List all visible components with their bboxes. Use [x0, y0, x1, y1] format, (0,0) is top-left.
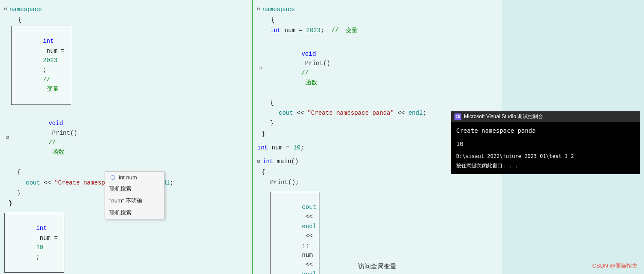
code-keyword: endl	[302, 223, 316, 230]
code-string: "Create namespace panda"	[307, 108, 394, 118]
code-content: void Print() // 函数	[11, 109, 88, 167]
code-brace: }	[262, 129, 265, 139]
code-comment-cn: 函数	[48, 149, 64, 155]
collapse-minus-icon[interactable]: ⊟	[259, 65, 263, 72]
code-scope-operator: ::	[302, 242, 309, 249]
left-code-panel: ⊟ namespace { int num = 2023 ; // 变量 ⊟	[0, 0, 253, 274]
code-line: ⊟ void Print() // 函数	[0, 109, 252, 167]
code-keyword: void	[48, 120, 63, 127]
menu-item-label: 联机搜索	[109, 185, 132, 193]
console-icon: CN	[454, 113, 461, 120]
code-keyword: cout	[26, 178, 40, 188]
code-text: Print()	[48, 130, 88, 137]
spacer	[6, 62, 10, 69]
code-line: {	[253, 15, 502, 25]
code-brace: {	[270, 98, 274, 107]
console-body: Create namespace panda 10 D:\visaul 2022…	[451, 122, 640, 174]
console-icon-text: CN	[456, 115, 460, 119]
code-line: {	[0, 15, 252, 25]
code-line: {	[253, 98, 502, 108]
code-keyword: endl	[302, 271, 316, 274]
code-text: <<	[293, 108, 308, 118]
code-comment: //	[43, 76, 54, 83]
highlight-box-content: int num = 2023 ; // 变量	[11, 26, 71, 105]
code-number: 10	[36, 244, 43, 251]
code-keyword: cout	[302, 204, 316, 211]
menu-item-int-num[interactable]: ⬡ int num	[105, 172, 164, 183]
code-text: num =	[43, 48, 68, 54]
code-text: num =	[36, 235, 61, 241]
code-keyword-int: int	[270, 26, 281, 35]
code-text: <<	[40, 178, 55, 188]
code-keyword: namespace	[262, 5, 295, 14]
collapse-minus-icon[interactable]: ⊟	[257, 6, 262, 13]
code-text: Print()	[301, 60, 341, 67]
code-text: <<	[302, 261, 316, 268]
code-brace: }	[270, 119, 274, 128]
code-text: Print();	[270, 178, 299, 187]
menu-item-search1[interactable]: 联机搜索	[105, 183, 164, 195]
code-line	[253, 36, 502, 39]
code-keyword-int: int	[36, 225, 47, 232]
code-line-scope: cout << endl << :: num << endl ;	[253, 191, 502, 274]
code-comment-cn: 变量	[43, 86, 58, 92]
code-keyword-int: int	[257, 143, 268, 152]
menu-item-ambiguous[interactable]: "num" 不明确	[105, 195, 164, 207]
code-number: 2023	[43, 57, 57, 64]
code-brace: {	[262, 167, 265, 177]
console-titlebar: CN Microsoft Visual Studio 调试控制台	[451, 111, 640, 122]
code-brace: {	[17, 167, 21, 177]
annotation-text: 访问全局变量	[358, 262, 397, 270]
footer-author: CSDN @熊猫馆主	[592, 262, 638, 270]
code-text: num =	[268, 143, 293, 152]
code-line	[253, 188, 502, 191]
code-brace: }	[9, 199, 12, 208]
code-line: Print();	[253, 177, 502, 188]
code-text: ;	[36, 253, 39, 260]
context-menu: ⬡ int num 联机搜索 "num" 不明确 联机搜索	[105, 171, 165, 219]
code-content: {	[262, 15, 274, 24]
code-comment-cn: 变量	[342, 26, 358, 35]
code-line: ⊟ namespace	[0, 4, 252, 15]
code-comment: //	[331, 26, 342, 35]
code-line: ⊟ namespace	[253, 4, 502, 15]
menu-item-label: int num	[119, 174, 137, 181]
console-path: D:\visaul 2022\future_2023_01\test_1_2	[456, 152, 635, 161]
code-var: num	[302, 252, 313, 259]
author-text: CSDN @熊猫馆主	[592, 262, 638, 269]
highlight-box-num: int num = 10 ;	[4, 213, 64, 273]
code-comment: //	[301, 69, 312, 76]
code-keyword: namespace	[9, 5, 42, 14]
console-window: CN Microsoft Visual Studio 调试控制台 Create …	[451, 111, 640, 174]
code-line: ⊟ void Print() // 函数	[253, 39, 502, 97]
code-text: ;	[321, 26, 331, 35]
code-text: <<	[302, 232, 316, 239]
collapse-minus-icon[interactable]: ⊟	[6, 134, 10, 142]
code-text: <<	[302, 213, 316, 220]
code-text: ;	[170, 178, 173, 188]
code-text: ;	[301, 143, 304, 152]
code-content: void Print() // 函数	[264, 39, 341, 97]
code-number: 10	[293, 143, 301, 152]
console-line-1: Create namespace panda	[456, 125, 635, 136]
code-brace: }	[17, 188, 21, 198]
collapse-minus-icon[interactable]: ⊟	[4, 6, 9, 13]
menu-item-label: 联机搜索	[109, 209, 132, 217]
code-text: main()	[273, 157, 298, 166]
console-title: Microsoft Visual Studio 调试控制台	[464, 113, 543, 120]
code-text: ;	[43, 66, 54, 73]
code-line	[0, 105, 252, 109]
code-line: int num = 2023 ; // 变量	[253, 25, 502, 36]
spacer	[257, 16, 262, 24]
code-keyword: endl	[408, 108, 423, 118]
annotation-label: 访问全局变量	[358, 262, 397, 271]
snippet-icon: ⬡	[109, 174, 116, 181]
code-line-highlighted: int num = 2023 ; // 变量	[0, 25, 252, 105]
spacer	[4, 16, 9, 24]
code-number: 2023	[306, 26, 321, 35]
console-line-2: 10	[456, 139, 635, 149]
code-keyword: int	[262, 157, 273, 166]
collapse-minus-icon[interactable]: ⊟	[257, 158, 262, 166]
menu-item-label: "num" 不明确	[109, 197, 142, 205]
menu-item-search2[interactable]: 联机搜索	[105, 207, 164, 219]
